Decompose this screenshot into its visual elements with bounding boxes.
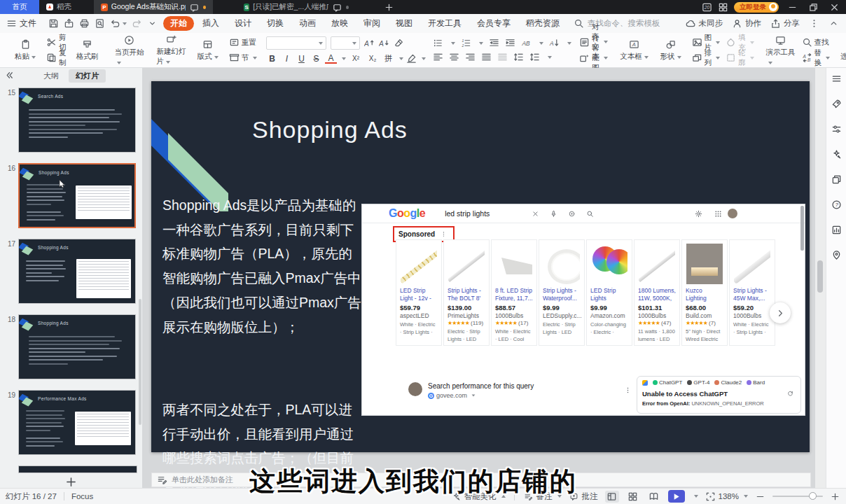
align-center-icon[interactable] (449, 52, 459, 62)
copy-button[interactable]: 复制 (44, 52, 69, 64)
help-icon[interactable]: ? (831, 200, 842, 210)
textbox-button[interactable]: A文本框 (617, 35, 652, 66)
superscript-button[interactable]: X² (349, 55, 363, 62)
location-badge-icon[interactable] (831, 250, 842, 260)
apps-grid-icon[interactable] (718, 2, 728, 13)
product-title[interactable]: 8 ft. LED Strip Fixture, 11,7... (492, 287, 536, 302)
sidebar-scrollbar[interactable] (139, 299, 141, 425)
paragraph-spacing-icon[interactable] (529, 52, 540, 62)
product-card-4[interactable]: Strip Lights - Waterproof...$9.99LEDSupp… (539, 239, 585, 346)
collapse-ribbon-icon[interactable] (828, 18, 839, 29)
export-icon[interactable] (64, 18, 74, 29)
ai-tab-GPT-4[interactable]: GPT-4 (687, 379, 709, 386)
properties-sliders-icon[interactable] (831, 124, 842, 134)
slide-thumbnail-15[interactable]: 15Search Ads (0, 88, 142, 153)
subscript-button[interactable]: X₂ (366, 55, 380, 62)
zoom-slider[interactable] (772, 496, 823, 497)
fit-zoom-button[interactable]: 138% (705, 491, 748, 502)
align-right-icon[interactable] (465, 52, 476, 62)
menu-tab-开始[interactable]: 开始 (163, 16, 194, 31)
beautify-star-icon[interactable] (831, 149, 842, 160)
distribute-icon[interactable] (497, 52, 508, 62)
menu-tab-切换[interactable]: 切换 (260, 16, 291, 31)
collaborate-button[interactable]: 协作 (732, 18, 761, 29)
clear-format-icon[interactable] (394, 38, 404, 48)
slide-thumbnail-16[interactable]: 16Shopping Ads (0, 163, 142, 228)
tab-document-active[interactable]: P Google Ads基础知识.pptx (94, 0, 213, 14)
product-card-5[interactable]: LED Strip Lights 32.8ft,...$9.99Amazon.c… (586, 239, 632, 346)
mic-icon[interactable] (550, 210, 557, 218)
product-card-1[interactable]: LED Strip Light - 12v - Flexib...$59.79a… (396, 239, 442, 346)
focus-mode-label[interactable]: Focus (71, 492, 93, 500)
select-button[interactable]: 选择 (833, 35, 846, 66)
refresh-icon[interactable] (787, 391, 793, 397)
sponsored-menu-icon[interactable] (441, 231, 447, 237)
restore-button[interactable] (805, 0, 821, 14)
carousel-next-button[interactable] (770, 302, 791, 323)
bullet-list-icon[interactable] (433, 38, 443, 48)
zoom-out-icon[interactable] (755, 491, 765, 502)
slide-16[interactable]: Shopping Ads Shopping Ads是以产品为基础的一种谷歌广告系… (151, 81, 810, 452)
more-options-icon[interactable] (809, 18, 819, 29)
increase-font-icon[interactable]: A (364, 38, 375, 48)
increase-indent-icon[interactable] (505, 38, 515, 48)
slide-thumbnail-17[interactable]: 17Shopping Ads (0, 239, 142, 304)
new-tab-button[interactable] (377, 0, 401, 14)
shapes-button[interactable]: 形状 (653, 35, 688, 66)
tab-home[interactable]: 首页 (0, 0, 39, 14)
serp-screenshot[interactable]: Google led strip lights Sponsored LED (361, 204, 805, 416)
decrease-indent-icon[interactable] (489, 38, 499, 48)
product-card-6[interactable]: 1800 Lumens, 11W, 5000K, ...$101.311000B… (634, 239, 680, 346)
highlight-icon[interactable] (406, 53, 417, 64)
pinyin-button[interactable]: 拼 (382, 53, 394, 64)
character-spacing-icon[interactable]: AB (521, 38, 532, 48)
reset-button[interactable]: 重置 (227, 36, 260, 49)
minimize-button[interactable] (784, 0, 800, 14)
command-search[interactable]: 查找命令、搜索模板 (574, 18, 660, 29)
line-spacing-icon[interactable] (513, 52, 524, 62)
fill-button[interactable]: 填充 (723, 36, 756, 49)
google-avatar[interactable] (728, 209, 737, 218)
redo-icon[interactable] (132, 18, 142, 29)
product-card-3[interactable]: 8 ft. LED Strip Fixture, 11,7...$88.5710… (491, 239, 537, 346)
product-card-8[interactable]: Strip Lights - 45W Max,...$59.201000Bulb… (729, 239, 775, 346)
ai-tab-Bard[interactable]: Bard (747, 379, 765, 386)
ai-tab-Claude2[interactable]: Claude2 (714, 379, 742, 386)
share-button[interactable]: 分享 (770, 18, 800, 29)
menu-tab-审阅[interactable]: 审阅 (356, 16, 387, 31)
decrease-font-icon[interactable]: A (379, 38, 389, 48)
print-preview-icon[interactable] (95, 18, 105, 29)
presentation-tools-button[interactable]: 演示工具 (763, 35, 798, 66)
menu-tab-稻壳资源[interactable]: 稻壳资源 (519, 16, 567, 31)
menu-tab-插入[interactable]: 插入 (195, 16, 226, 31)
replace-button[interactable]: AB替换 (800, 52, 833, 64)
footer-site[interactable]: G govee.com (428, 392, 534, 399)
menu-tab-会员专享[interactable]: 会员专享 (470, 16, 518, 31)
product-title[interactable]: Strip Lights - Waterproof... (539, 287, 584, 302)
align-left-icon[interactable] (433, 52, 443, 62)
result-menu-icon[interactable] (624, 386, 632, 394)
tab-docer[interactable]: 稻壳 (39, 0, 94, 14)
product-title[interactable]: Kuzco Lighting EW71305... (682, 287, 727, 302)
serp-scrollbar[interactable] (800, 206, 804, 251)
smart-graphic-button[interactable]: 转智能图形 (577, 52, 610, 64)
text-direction-icon[interactable]: A (549, 38, 560, 48)
slideshow-play-button[interactable] (668, 490, 685, 503)
new-slide-button[interactable]: 新建幻灯片 (154, 35, 189, 66)
menu-tab-放映[interactable]: 放映 (324, 16, 355, 31)
search-icon[interactable] (586, 210, 594, 218)
paste-button[interactable]: 粘贴 (8, 35, 43, 66)
search-query[interactable]: led strip lights (445, 209, 490, 218)
apps-grid-icon[interactable] (714, 209, 722, 217)
font-family-select[interactable] (266, 36, 326, 50)
save-icon[interactable] (48, 18, 59, 29)
undo-icon[interactable] (110, 18, 120, 29)
product-card-2[interactable]: Strip Lights - The BOLT 8' ...$139.00Pri… (443, 239, 490, 346)
strikethrough-button[interactable]: S (310, 54, 322, 64)
ai-tab-ChatGPT[interactable]: ChatGPT (653, 379, 682, 386)
font-color-button[interactable]: A (325, 54, 337, 64)
rocket-icon[interactable] (831, 99, 842, 109)
menu-tab-开发工具[interactable]: 开发工具 (421, 16, 469, 31)
product-card-7[interactable]: Kuzco Lighting EW71305...$68.00Build.com… (681, 239, 728, 346)
collapse-panel-icon[interactable] (4, 70, 15, 80)
